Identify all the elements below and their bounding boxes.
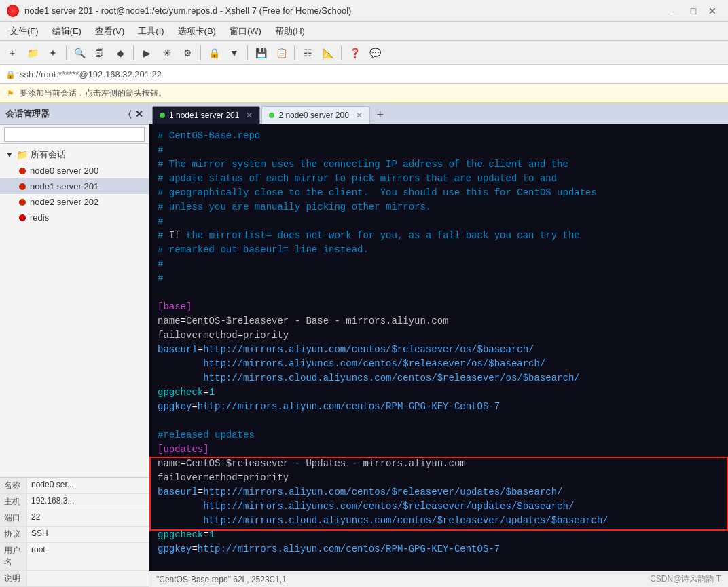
tab-label-node0: 2 node0 server 200 xyxy=(278,111,348,120)
props-label-note: 说明 xyxy=(0,571,27,586)
menu-tools[interactable]: 工具(I) xyxy=(131,22,170,41)
menu-file[interactable]: 文件(F) xyxy=(3,22,46,41)
title-bar: node1 server 201 - root@node1:/etc/yum.r… xyxy=(0,0,728,22)
minimize-button[interactable]: — xyxy=(666,2,683,20)
status-bar: "CentOS-Base.repo" 62L, 2523C 1,1 CSDN@诗… xyxy=(149,571,728,587)
props-row-user: 用户名 root xyxy=(0,543,149,571)
folder-icon: 📁 xyxy=(16,149,28,160)
tb-btn3[interactable]: ✦ xyxy=(43,43,62,62)
props-label-name: 名称 xyxy=(0,478,27,493)
status-dot-node1 xyxy=(19,183,26,190)
props-row-host: 主机 192.168.3... xyxy=(0,494,149,510)
props-value-port: 22 xyxy=(27,510,149,526)
props-label-user: 用户名 xyxy=(0,543,27,570)
props-row-name: 名称 node0 ser... xyxy=(0,478,149,494)
sidebar-item-node2[interactable]: node2 server 202 xyxy=(0,194,149,210)
tb-btn4[interactable]: 🔍 xyxy=(70,43,89,62)
tab-add-button[interactable]: + xyxy=(371,106,389,124)
status-dot-node2 xyxy=(19,199,26,206)
separator1 xyxy=(66,45,67,60)
separator4 xyxy=(247,45,248,60)
tab-node0[interactable]: 2 node0 server 200 ✕ xyxy=(261,106,369,124)
props-row-port: 端口 22 xyxy=(0,510,149,527)
tb-btn6[interactable]: ◆ xyxy=(111,43,130,62)
tb-btn14[interactable]: ☷ xyxy=(298,43,317,62)
props-row-note: 说明 xyxy=(0,571,149,587)
cursor-position: 1,1 xyxy=(275,575,287,584)
terminal[interactable]: # CentOS-Base.repo # # The mirror system… xyxy=(149,124,728,571)
props-label-port: 端口 xyxy=(0,510,27,526)
props-label-protocol: 协议 xyxy=(0,527,27,542)
menu-window[interactable]: 窗口(W) xyxy=(223,22,268,41)
tab-label-node1: 1 node1 server 201 xyxy=(169,111,239,120)
window-controls: — □ ✕ xyxy=(666,2,721,20)
menu-tabs[interactable]: 选项卡(B) xyxy=(171,22,223,41)
watermark: CSDN@诗风韵韵 T xyxy=(650,573,721,585)
props-value-protocol: SSH xyxy=(27,527,149,542)
separator2 xyxy=(133,45,134,60)
notification-text: 要添加当前会话，点击左侧的箭头按钮。 xyxy=(20,88,166,99)
root-folder-label: 所有会话 xyxy=(31,149,66,161)
tb-btn8[interactable]: ☀ xyxy=(158,43,177,62)
window-title: node1 server 201 - root@node1:/etc/yum.r… xyxy=(24,5,666,16)
chat-button[interactable]: 💬 xyxy=(365,43,384,62)
maximize-button[interactable]: □ xyxy=(685,2,702,20)
terminal-wrapper: 1 node1 server 201 ✕ 2 node0 server 200 … xyxy=(149,103,728,587)
separator5 xyxy=(294,45,295,60)
app-icon xyxy=(7,5,19,17)
sidebar-header: 会话管理器 〈 ✕ xyxy=(0,103,149,125)
tb-btn9[interactable]: ⚙ xyxy=(178,43,197,62)
address-text: ssh://root:******@192.168.32.201:22 xyxy=(20,69,162,79)
new-button[interactable]: + xyxy=(3,43,22,62)
tab-close-node1[interactable]: ✕ xyxy=(246,111,253,120)
sidebar-item-node1[interactable]: node1 server 201 xyxy=(0,178,149,194)
sidebar-tree: ▼ 📁 所有会话 node0 server 200 node1 server 2… xyxy=(0,144,149,477)
tab-bar: 1 node1 server 201 ✕ 2 node0 server 200 … xyxy=(149,103,728,124)
toolbar: + 📁 ✦ 🔍 🗐 ◆ ▶ ☀ ⚙ 🔒 ▼ 💾 📋 ☷ 📐 ❓ 💬 xyxy=(0,41,728,65)
main-layout: 会话管理器 〈 ✕ ▼ 📁 所有会话 node0 server 200 node… xyxy=(0,103,728,587)
sidebar-item-node1-label: node1 server 201 xyxy=(30,181,98,191)
props-label-host: 主机 xyxy=(0,494,27,510)
properties-panel: 名称 node0 ser... 主机 192.168.3... 端口 22 协议… xyxy=(0,477,149,587)
search-input[interactable] xyxy=(4,127,145,142)
tb-btn5[interactable]: 🗐 xyxy=(90,43,109,62)
tb-btn7[interactable]: ▶ xyxy=(137,43,156,62)
menu-bar: 文件(F) 编辑(E) 查看(V) 工具(I) 选项卡(B) 窗口(W) 帮助(… xyxy=(0,22,728,41)
sidebar-item-node0-label: node0 server 200 xyxy=(30,166,98,176)
status-text: "CentOS-Base.repo" 62L, 2523C xyxy=(156,575,275,584)
menu-view[interactable]: 查看(V) xyxy=(88,22,131,41)
tab-node1[interactable]: 1 node1 server 201 ✕ xyxy=(152,106,260,124)
menu-help[interactable]: 帮助(H) xyxy=(268,22,312,41)
sidebar-pin[interactable]: 〈 xyxy=(128,109,131,119)
separator6 xyxy=(341,45,342,60)
flag-icon: ⚑ xyxy=(7,89,14,98)
open-button[interactable]: 📁 xyxy=(23,43,42,62)
tree-folder-root[interactable]: ▼ 📁 所有会话 xyxy=(0,147,149,163)
sidebar-item-node0[interactable]: node0 server 200 xyxy=(0,163,149,178)
lock-icon: 🔒 xyxy=(5,70,16,79)
props-value-name: node0 ser... xyxy=(27,478,149,493)
notification-bar: ⚑ 要添加当前会话，点击左侧的箭头按钮。 xyxy=(0,84,728,103)
address-bar: 🔒 ssh://root:******@192.168.32.201:22 xyxy=(0,65,728,84)
close-button[interactable]: ✕ xyxy=(704,2,721,20)
tab-close-node0[interactable]: ✕ xyxy=(356,111,363,120)
tb-btn15[interactable]: 📐 xyxy=(318,43,338,62)
tb-btn12[interactable]: 💾 xyxy=(251,43,270,62)
sidebar-item-node2-label: node2 server 202 xyxy=(30,197,98,207)
status-dot-node0 xyxy=(19,168,26,174)
menu-edit[interactable]: 编辑(E) xyxy=(46,22,88,41)
sidebar-search xyxy=(0,125,149,144)
tb-btn11[interactable]: ▼ xyxy=(225,43,244,62)
status-dot-redis xyxy=(19,214,26,221)
tab-dot-node1 xyxy=(160,113,165,118)
separator3 xyxy=(200,45,201,60)
tb-btn13[interactable]: 📋 xyxy=(272,43,291,62)
props-value-note xyxy=(27,571,149,586)
sidebar-item-redis[interactable]: redis xyxy=(0,210,149,225)
props-value-host: 192.168.3... xyxy=(27,494,149,510)
sidebar-close[interactable]: ✕ xyxy=(135,109,143,119)
tb-btn10[interactable]: 🔒 xyxy=(204,43,223,62)
help-button[interactable]: ❓ xyxy=(345,43,364,62)
sidebar: 会话管理器 〈 ✕ ▼ 📁 所有会话 node0 server 200 node… xyxy=(0,103,149,587)
sidebar-item-redis-label: redis xyxy=(30,212,49,223)
